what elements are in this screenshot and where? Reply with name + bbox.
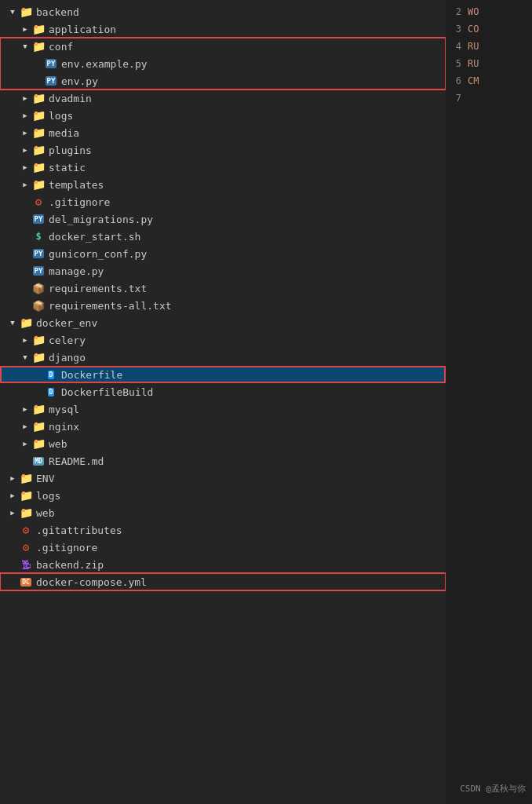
tree-item-ENV[interactable]: ▶📁ENV <box>0 470 446 487</box>
py-file-icon: PY <box>31 266 46 276</box>
tree-item-label: docker_start.sh <box>49 231 140 243</box>
py-file-icon: PY <box>44 76 58 86</box>
tree-item-README.md[interactable]: MDREADME.md <box>0 452 446 470</box>
folder-icon: 📁 <box>32 161 46 174</box>
tree-item-label: .gitignore <box>49 196 110 208</box>
tree-item-.gitignore1[interactable]: ⚙.gitignore <box>0 193 446 210</box>
docker-file-icon: D <box>44 388 58 397</box>
tree-item-env.py[interactable]: PYenv.py <box>0 72 446 90</box>
tree-item-.gitignore2[interactable]: ⚙.gitignore <box>0 539 446 556</box>
line-number: 6 <box>446 75 468 86</box>
pkg-file-icon: 📦 <box>31 300 46 312</box>
code-line: 5RU <box>446 55 532 72</box>
folder-icon: 📁 <box>32 351 46 364</box>
folder-file-icon: 📁 <box>31 23 46 35</box>
yml-icon: DC <box>20 578 31 587</box>
tree-arrow: ▶ <box>19 440 31 448</box>
folder-file-icon: 📁 <box>31 109 46 122</box>
folder-icon: 📁 <box>32 109 46 122</box>
tree-item-DockerfileBuild[interactable]: DDockerfileBuild <box>0 383 446 400</box>
yml-file-icon: DC <box>19 578 33 587</box>
tree-item-dvadmin[interactable]: ▶📁dvadmin <box>0 90 446 107</box>
tree-item-media[interactable]: ▶📁media <box>0 124 446 141</box>
tree-item-mysql[interactable]: ▶📁mysql <box>0 400 446 418</box>
tree-arrow: ▼ <box>19 42 31 50</box>
tree-arrow: ▶ <box>19 163 31 171</box>
tree-item-label: .gitattributes <box>36 524 122 536</box>
tree-item-label: celery <box>49 334 86 346</box>
folder-icon: 📁 <box>32 437 46 450</box>
conf-group-highlight: ▼📁confPYenv.example.pyPYenv.py <box>0 38 446 90</box>
tree-arrow: ▶ <box>6 474 19 482</box>
tree-item-gunicorn_conf.py[interactable]: PYgunicorn_conf.py <box>0 245 446 262</box>
tree-item-logs[interactable]: ▶📁logs <box>0 107 446 124</box>
tree-item-label: mysql <box>49 404 79 415</box>
git-icon: ⚙ <box>35 196 42 208</box>
tree-item-templates[interactable]: ▶📁templates <box>0 176 446 193</box>
tree-arrow: ▼ <box>6 319 19 327</box>
code-text: CM <box>468 75 479 86</box>
folder-file-icon: 📁 <box>19 489 33 502</box>
py-file-icon: PY <box>44 59 58 68</box>
zip-file-icon: 🗜 <box>19 559 33 571</box>
tree-item-static[interactable]: ▶📁static <box>0 159 446 176</box>
tree-item-label: del_migrations.py <box>49 214 153 225</box>
tree-item-label: backend <box>36 6 79 18</box>
tree-arrow: ▶ <box>19 146 31 154</box>
tree-item-label: web <box>49 438 67 450</box>
folder-icon: 📁 <box>20 5 33 18</box>
right-panel: 2WO3CO4RU5RU6CM7 <box>446 0 532 804</box>
tree-item-web2[interactable]: ▶📁web <box>0 504 446 521</box>
tree-item-docker_env[interactable]: ▼📁docker_env <box>0 314 446 331</box>
tree-item-celery[interactable]: ▶📁celery <box>0 331 446 349</box>
tree-item-nginx[interactable]: ▶📁nginx <box>0 418 446 435</box>
tree-arrow: ▶ <box>19 111 31 119</box>
tree-item-docker_start.sh[interactable]: $docker_start.sh <box>0 228 446 245</box>
code-text: RU <box>468 58 479 69</box>
tree-item-requirements-all.txt[interactable]: 📦requirements-all.txt <box>0 297 446 314</box>
line-number: 5 <box>446 58 468 69</box>
tree-item-docker-compose.yml[interactable]: DCdocker-compose.yml <box>0 573 446 590</box>
line-number: 4 <box>446 41 468 52</box>
folder-file-icon: 📁 <box>31 126 46 139</box>
tree-arrow: ▼ <box>6 8 19 16</box>
tree-item-web[interactable]: ▶📁web <box>0 435 446 452</box>
tree-arrow: ▶ <box>19 422 31 430</box>
python-icon: PY <box>46 59 57 68</box>
tree-arrow: ▶ <box>6 492 19 499</box>
tree-item-Dockerfile[interactable]: DDockerfile <box>0 366 446 383</box>
gitattr-file-icon: ⚙ <box>19 524 33 536</box>
tree-item-backend[interactable]: ▼📁backend <box>0 3 446 20</box>
pkg-icon: 📦 <box>32 283 45 294</box>
tree-item-label: conf <box>49 41 73 53</box>
tree-arrow: ▶ <box>19 336 31 344</box>
tree-item-django[interactable]: ▼📁django <box>0 349 446 366</box>
tree-item-backend.zip[interactable]: 🗜backend.zip <box>0 556 446 573</box>
md-icon: MD <box>33 457 44 466</box>
tree-arrow: ▼ <box>19 353 31 361</box>
tree-arrow: ▶ <box>19 405 31 413</box>
line-number: 3 <box>446 24 468 35</box>
tree-item-requirements.txt[interactable]: 📦requirements.txt <box>0 280 446 297</box>
gitattr-icon: ⚙ <box>23 524 29 536</box>
folder-file-icon: 📁 <box>31 420 46 433</box>
tree-item-del_migrations.py[interactable]: PYdel_migrations.py <box>0 210 446 228</box>
tree-item-label: django <box>49 352 86 364</box>
python-icon: PY <box>33 214 45 224</box>
code-text: WO <box>468 6 479 17</box>
folder-icon: 📁 <box>32 144 46 156</box>
tree-item-application[interactable]: ▶📁application <box>0 20 446 38</box>
tree-item-manage.py[interactable]: PYmanage.py <box>0 262 446 280</box>
file-tree[interactable]: ▼📁backend▶📁application▼📁confPYenv.exampl… <box>0 0 446 804</box>
tree-item-plugins[interactable]: ▶📁plugins <box>0 141 446 159</box>
tree-item-env.example.py[interactable]: PYenv.example.py <box>0 55 446 72</box>
tree-item-logs2[interactable]: ▶📁logs <box>0 487 446 504</box>
tree-item-label: README.md <box>49 455 104 467</box>
py-file-icon: PY <box>31 249 46 258</box>
code-line: 3CO <box>446 20 532 38</box>
tree-item-conf[interactable]: ▼📁conf <box>0 38 446 55</box>
folder-icon: 📁 <box>20 316 33 329</box>
shell-icon: $ <box>35 231 41 242</box>
tree-item-.gitattributes[interactable]: ⚙.gitattributes <box>0 521 446 539</box>
git-icon: ⚙ <box>23 541 29 554</box>
